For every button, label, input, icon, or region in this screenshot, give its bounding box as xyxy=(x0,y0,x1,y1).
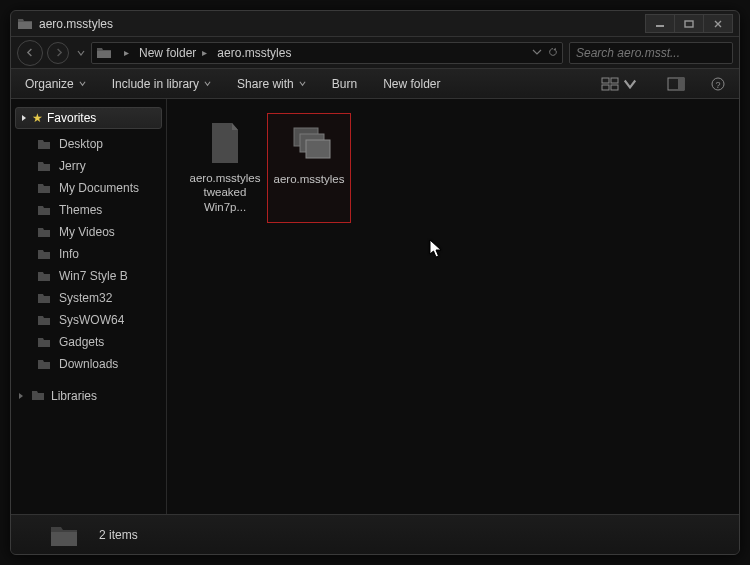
nav-forward-button[interactable] xyxy=(47,42,69,64)
msstyles-icon xyxy=(286,120,332,168)
breadcrumb-item-1[interactable]: New folder ▸ xyxy=(137,46,215,60)
titlebar[interactable]: aero.msstyles xyxy=(11,11,739,37)
content-area: ★ Favorites DesktopJerryMy DocumentsThem… xyxy=(11,99,739,514)
svg-rect-8 xyxy=(678,78,684,90)
preview-pane-button[interactable] xyxy=(667,77,685,91)
address-bar[interactable]: ▸ New folder ▸ aero.msstyles xyxy=(91,42,563,64)
command-bar: Organize Include in library Share with B… xyxy=(11,69,739,99)
window-folder-icon xyxy=(17,16,33,32)
nav-back-button[interactable] xyxy=(17,40,43,66)
toolbar-label: Include in library xyxy=(112,77,199,91)
sidebar-item-label: Desktop xyxy=(59,137,103,151)
sidebar-item-my-videos[interactable]: My Videos xyxy=(11,221,166,243)
file-view[interactable]: aero.msstyles tweaked Win7p... aero.msst… xyxy=(167,99,739,514)
folder-icon xyxy=(37,182,51,194)
folder-icon xyxy=(37,160,51,172)
sidebar-item-info[interactable]: Info xyxy=(11,243,166,265)
svg-rect-6 xyxy=(611,85,618,90)
sidebar-item-label: My Videos xyxy=(59,225,115,239)
sidebar-item-gadgets[interactable]: Gadgets xyxy=(11,331,166,353)
folder-icon xyxy=(37,204,51,216)
sidebar-item-themes[interactable]: Themes xyxy=(11,199,166,221)
folder-icon xyxy=(37,358,51,370)
sidebar-item-jerry[interactable]: Jerry xyxy=(11,155,166,177)
address-row: ▸ New folder ▸ aero.msstyles xyxy=(11,37,739,69)
nav-history-dropdown[interactable] xyxy=(77,46,85,60)
folder-icon xyxy=(31,389,45,404)
sidebar-item-label: Jerry xyxy=(59,159,86,173)
breadcrumb-sep-root[interactable]: ▸ xyxy=(116,47,137,58)
explorer-window: aero.msstyles ▸ New folder ▸ xyxy=(10,10,740,555)
breadcrumb-item-2[interactable]: aero.msstyles xyxy=(215,46,293,60)
svg-rect-5 xyxy=(602,85,609,90)
organize-button[interactable]: Organize xyxy=(25,77,86,91)
folder-icon xyxy=(37,314,51,326)
refresh-icon[interactable] xyxy=(548,46,558,60)
svg-rect-0 xyxy=(656,25,664,27)
folder-icon xyxy=(37,336,51,348)
search-box[interactable] xyxy=(569,42,733,64)
help-button[interactable]: ? xyxy=(711,77,725,91)
sidebar-item-desktop[interactable]: Desktop xyxy=(11,133,166,155)
breadcrumb-label: aero.msstyles xyxy=(217,46,291,60)
file-label: aero.msstyles xyxy=(274,172,345,186)
sidebar-item-downloads[interactable]: Downloads xyxy=(11,353,166,375)
sidebar-item-win7-style-b[interactable]: Win7 Style B xyxy=(11,265,166,287)
sidebar-item-label: Themes xyxy=(59,203,102,217)
sidebar-item-syswow64[interactable]: SysWOW64 xyxy=(11,309,166,331)
system-buttons xyxy=(646,14,733,33)
sidebar-item-label: Win7 Style B xyxy=(59,269,128,283)
favorites-group[interactable]: ★ Favorites xyxy=(15,107,162,129)
status-text: 2 items xyxy=(99,528,138,542)
toolbar-label: Organize xyxy=(25,77,74,91)
file-item-selected[interactable]: aero.msstyles xyxy=(267,113,351,223)
toolbar-label: Share with xyxy=(237,77,294,91)
svg-marker-11 xyxy=(22,115,26,121)
folder-icon xyxy=(37,292,51,304)
status-folder-icon xyxy=(49,521,79,549)
star-icon: ★ xyxy=(32,112,43,124)
svg-rect-1 xyxy=(685,21,693,27)
svg-rect-3 xyxy=(602,78,609,83)
sidebar-item-label: Downloads xyxy=(59,357,118,371)
libraries-label: Libraries xyxy=(51,389,97,403)
sidebar-item-label: My Documents xyxy=(59,181,139,195)
addressbar-dropdown-icon[interactable] xyxy=(532,46,542,60)
folder-icon xyxy=(37,226,51,238)
svg-rect-15 xyxy=(306,140,330,158)
file-item[interactable]: aero.msstyles tweaked Win7p... xyxy=(183,113,267,223)
folder-icon xyxy=(37,270,51,282)
include-in-library-button[interactable]: Include in library xyxy=(112,77,211,91)
burn-button[interactable]: Burn xyxy=(332,77,357,91)
sidebar-item-system32[interactable]: System32 xyxy=(11,287,166,309)
sidebar-item-label: Info xyxy=(59,247,79,261)
svg-rect-4 xyxy=(611,78,618,83)
navigation-pane: ★ Favorites DesktopJerryMy DocumentsThem… xyxy=(11,99,167,514)
addressbar-folder-icon xyxy=(96,45,112,61)
folder-icon xyxy=(37,248,51,260)
libraries-group[interactable]: Libraries xyxy=(15,385,162,407)
change-view-button[interactable] xyxy=(599,77,641,91)
status-bar: 2 items xyxy=(11,514,739,554)
svg-text:?: ? xyxy=(715,79,720,89)
search-input[interactable] xyxy=(576,46,727,60)
favorites-label: Favorites xyxy=(47,111,96,125)
breadcrumb-label: New folder xyxy=(139,46,196,60)
minimize-button[interactable] xyxy=(645,14,675,33)
close-button[interactable] xyxy=(703,14,733,33)
sidebar-item-label: SysWOW64 xyxy=(59,313,124,327)
window-title: aero.msstyles xyxy=(39,17,646,31)
sidebar-item-my-documents[interactable]: My Documents xyxy=(11,177,166,199)
toolbar-label: New folder xyxy=(383,77,440,91)
sidebar-item-label: Gadgets xyxy=(59,335,104,349)
favorites-list: DesktopJerryMy DocumentsThemesMy VideosI… xyxy=(11,133,166,375)
folder-icon xyxy=(37,138,51,150)
toolbar-label: Burn xyxy=(332,77,357,91)
file-label: aero.msstyles tweaked Win7p... xyxy=(187,171,263,214)
maximize-button[interactable] xyxy=(674,14,704,33)
sidebar-item-label: System32 xyxy=(59,291,112,305)
share-with-button[interactable]: Share with xyxy=(237,77,306,91)
svg-marker-12 xyxy=(19,393,23,399)
file-icon xyxy=(202,119,248,167)
new-folder-button[interactable]: New folder xyxy=(383,77,440,91)
